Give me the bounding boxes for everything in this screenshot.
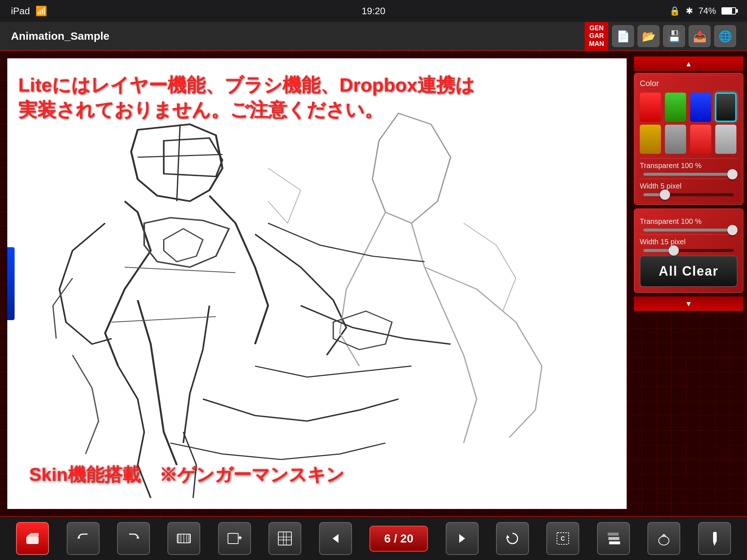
- svg-rect-25: [608, 533, 619, 536]
- width-slider-row: Width 5 pixel: [640, 182, 738, 190]
- layers-button[interactable]: [597, 522, 630, 555]
- color-swatch-blue[interactable]: [690, 93, 711, 122]
- transparent-label: Transparent 100 %: [640, 162, 701, 170]
- next-frame-button[interactable]: [446, 522, 479, 555]
- svg-text:C: C: [561, 536, 565, 542]
- color-grid: [640, 93, 738, 154]
- color-panel-title: Color: [640, 79, 738, 88]
- warning-line1: Liteにはレイヤー機能、ブラシ機能、Dropbox連携は: [18, 73, 475, 98]
- scroll-up-button[interactable]: ▲: [634, 57, 743, 71]
- svg-rect-30: [713, 532, 717, 542]
- page-counter: 6 / 20: [369, 526, 428, 552]
- toolbar-icons: GEN GAR MAN 📄 📂 💾 📤 🌐: [585, 22, 736, 51]
- svg-marker-3: [26, 533, 39, 537]
- scroll-down-button[interactable]: ▼: [634, 296, 743, 311]
- undo-button[interactable]: [67, 522, 100, 555]
- new-file-button[interactable]: 📄: [612, 25, 634, 47]
- color-swatch-gray[interactable]: [665, 125, 686, 154]
- canvas-area[interactable]: Liteにはレイヤー機能、ブラシ機能、Dropbox連携は 実装されておりません…: [7, 58, 627, 509]
- open-file-button[interactable]: 📂: [638, 25, 659, 47]
- export-button[interactable]: 📤: [689, 25, 711, 47]
- color-swatch-gold[interactable]: [640, 125, 661, 154]
- wifi-icon: 📶: [35, 5, 47, 17]
- lock-icon: 🔒: [669, 6, 680, 16]
- brush-width-label: Width 15 pixel: [640, 238, 698, 246]
- color-swatch-red[interactable]: [640, 93, 661, 122]
- brush-transparent-slider[interactable]: [640, 229, 738, 232]
- select-button[interactable]: C: [546, 522, 579, 555]
- svg-rect-12: [228, 533, 238, 544]
- transparent-slider[interactable]: [640, 173, 738, 176]
- svg-point-28: [659, 536, 669, 545]
- divider: [640, 158, 738, 159]
- page-title: Animation_Sample: [11, 30, 109, 42]
- battery-icon: [721, 7, 736, 15]
- svg-marker-31: [713, 542, 716, 546]
- onion-button[interactable]: [647, 522, 680, 555]
- color-swatch-silver[interactable]: [715, 125, 736, 154]
- main-area: Liteにはレイヤー機能、ブラシ機能、Dropbox連携は 実装されておりません…: [0, 51, 747, 516]
- svg-marker-20: [333, 534, 338, 543]
- warning-line2: 実装されておりません。ご注意ください。: [18, 98, 475, 122]
- time-display: 19:20: [361, 5, 385, 16]
- prev-frame-button[interactable]: [319, 522, 352, 555]
- bluetooth-icon: ✱: [686, 6, 693, 16]
- web-button[interactable]: 🌐: [714, 25, 736, 47]
- save-button[interactable]: 💾: [663, 25, 685, 47]
- transparent-slider-row: Transparent 100 %: [640, 162, 738, 170]
- brush-width-row: Width 15 pixel: [640, 238, 738, 246]
- right-panel: ▲ Color: [634, 51, 747, 516]
- redo-button[interactable]: [117, 522, 150, 555]
- skin-text: Skin機能搭載 ※ゲンガーマンスキン: [29, 463, 344, 487]
- svg-line-1: [177, 124, 180, 201]
- color-swatch-red2[interactable]: [690, 125, 711, 154]
- replay-button[interactable]: [496, 522, 529, 555]
- status-bar: iPad 📶 19:20 🔒 ✱ 74%: [0, 0, 747, 22]
- svg-rect-7: [177, 534, 179, 543]
- svg-rect-8: [188, 534, 190, 543]
- grid-button[interactable]: [268, 522, 301, 555]
- sketch-drawing: [7, 58, 627, 509]
- color-swatch-black[interactable]: [715, 93, 736, 122]
- svg-point-29: [663, 534, 665, 537]
- brush-width-slider[interactable]: [640, 249, 738, 252]
- add-frame-button[interactable]: [218, 522, 251, 555]
- pen-button[interactable]: [698, 522, 731, 555]
- warning-overlay: Liteにはレイヤー機能、ブラシ機能、Dropbox連携は 実装されておりません…: [18, 73, 475, 122]
- bottom-toolbar: 6 / 20 C: [0, 516, 747, 560]
- ipad-label: iPad: [11, 5, 30, 17]
- svg-rect-2: [26, 537, 39, 544]
- svg-rect-27: [609, 541, 620, 544]
- svg-marker-21: [459, 534, 465, 543]
- svg-marker-22: [506, 535, 510, 538]
- filmstrip-button[interactable]: [167, 522, 200, 555]
- svg-rect-26: [608, 537, 619, 540]
- color-panel: Color: [634, 73, 743, 205]
- title-bar: Animation_Sample GEN GAR MAN 📄 📂 💾 📤 🌐: [0, 22, 747, 51]
- width-label: Width 5 pixel: [640, 182, 698, 190]
- battery-percent: 74%: [698, 6, 716, 16]
- width-slider[interactable]: [640, 193, 738, 196]
- divider3: [640, 234, 738, 235]
- brush-transparent-label: Transparent 100 %: [640, 217, 701, 226]
- brush-panel: Transparent 100 % Width 15 pixel: [634, 209, 743, 293]
- gengaman-logo: GEN GAR MAN: [585, 22, 608, 51]
- svg-rect-15: [278, 532, 291, 545]
- color-swatch-green[interactable]: [665, 93, 686, 122]
- brush-transparent-row: Transparent 100 %: [640, 217, 738, 226]
- svg-line-0: [138, 155, 222, 158]
- eraser-button[interactable]: [16, 522, 49, 555]
- divider2: [640, 179, 738, 179]
- all-clear-button[interactable]: All Clear: [640, 256, 738, 287]
